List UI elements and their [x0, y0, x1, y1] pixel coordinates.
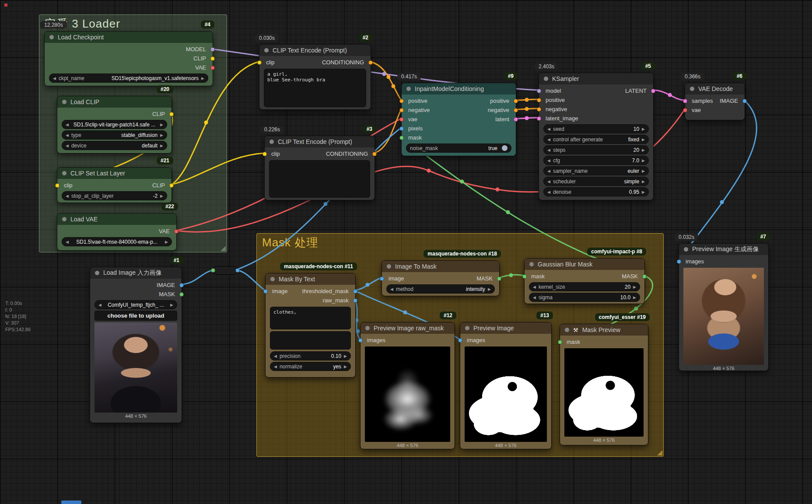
- toggle-knob-icon[interactable]: [502, 145, 508, 151]
- collapse-dot-icon[interactable]: [95, 271, 99, 275]
- increment-arrow-icon[interactable]: ▶: [170, 303, 173, 307]
- widget-control-after-generate[interactable]: ◀control after generatefixed▶: [543, 135, 649, 144]
- node-image-to-mask[interactable]: masquerade-nodes-con #18Image To Maskima…: [382, 260, 500, 296]
- decrement-arrow-icon[interactable]: ◀: [390, 287, 393, 291]
- decrement-arrow-icon[interactable]: ◀: [547, 137, 550, 142]
- collapse-dot-icon[interactable]: [690, 87, 694, 91]
- port-output-latent[interactable]: [651, 89, 655, 93]
- node-clip-text-encode-negative[interactable]: 0.226s#3CLIP Text Encode (Prompt)clipCON…: [264, 136, 375, 200]
- widget-comfyui-temp-ftjch[interactable]: ◀ComfyUI_temp_ftjch_ ...▶: [94, 300, 177, 309]
- port-input-image[interactable]: [380, 276, 384, 281]
- increment-arrow-icon[interactable]: ▶: [344, 354, 347, 358]
- increment-arrow-icon[interactable]: ▶: [160, 194, 163, 198]
- node-header[interactable]: KSampler: [539, 73, 653, 84]
- port-output-image[interactable]: [742, 99, 747, 103]
- node-header[interactable]: Gaussian Blur Mask: [525, 259, 644, 270]
- widget-sd1-5-clip-vit-large-patch14-safe[interactable]: ◀SD1.5\clip-vit-large-patch14.safe ...▶: [62, 120, 167, 129]
- collapse-dot-icon[interactable]: [544, 77, 548, 81]
- node-mask-preview[interactable]: comfyui_esser #19⚒Mask Previewmask448 × …: [560, 324, 648, 445]
- collapse-dot-icon[interactable]: [529, 262, 534, 266]
- port-output-vae[interactable]: [174, 229, 178, 234]
- port-output-negative[interactable]: [514, 108, 518, 112]
- port-input-clip[interactable]: [55, 183, 60, 188]
- port-input-negative[interactable]: [399, 108, 404, 112]
- decrement-arrow-icon[interactable]: ◀: [66, 133, 69, 137]
- node-ksampler[interactable]: 2.403s#5KSamplermodelLATENTpositivenegat…: [539, 73, 654, 200]
- decrement-arrow-icon[interactable]: ◀: [547, 190, 550, 194]
- port-input-mask[interactable]: [399, 136, 404, 140]
- decrement-arrow-icon[interactable]: ◀: [66, 240, 69, 244]
- increment-arrow-icon[interactable]: ▶: [642, 137, 645, 142]
- node-header[interactable]: Preview Image: [460, 322, 551, 334]
- port-input-clip[interactable]: [262, 152, 267, 156]
- node-header[interactable]: CLIP Text Encode (Prompt): [265, 136, 374, 147]
- widget-stop-at-clip-layer[interactable]: ◀stop_at_clip_layer-2▶: [62, 191, 167, 200]
- port-input-latent-image[interactable]: [537, 116, 541, 121]
- increment-arrow-icon[interactable]: ▶: [160, 144, 163, 148]
- upload-button[interactable]: choose file to upload: [94, 311, 177, 321]
- increment-arrow-icon[interactable]: ▶: [642, 169, 645, 173]
- widget-steps[interactable]: ◀steps20▶: [543, 145, 649, 154]
- widget-ckpt-name[interactable]: ◀ckpt_nameSD15\epicphotogasm_v1.safetens…: [49, 74, 208, 83]
- port-output-clip[interactable]: [210, 56, 215, 61]
- port-input-image[interactable]: [263, 289, 268, 294]
- node-header[interactable]: ⚒Mask Preview: [560, 324, 648, 336]
- node-gaussian-blur-mask[interactable]: comfyui-impact-p #8Gaussian Blur Maskmas…: [524, 258, 645, 304]
- node-clip-set-last-layer[interactable]: #21CLIP Set Last LayerclipCLIP◀stop_at_c…: [57, 167, 172, 203]
- prompt-text-area[interactable]: clothes,: [270, 307, 351, 329]
- widget-cfg[interactable]: ◀cfg7.0▶: [543, 156, 649, 165]
- collapse-dot-icon[interactable]: [365, 326, 370, 330]
- node-header[interactable]: Preview Image raw_mask: [360, 322, 455, 334]
- decrement-arrow-icon[interactable]: ◀: [274, 354, 277, 358]
- node-header[interactable]: Load CLIP: [57, 96, 172, 108]
- decrement-arrow-icon[interactable]: ◀: [547, 179, 550, 184]
- increment-arrow-icon[interactable]: ▶: [633, 295, 636, 300]
- node-preview-image-raw-mask[interactable]: #12Preview Image raw_maskimages448 × 576: [360, 322, 455, 449]
- node-clip-text-encode-positive[interactable]: 0.030s#2CLIP Text Encode (Prompt)clipCON…: [259, 44, 371, 110]
- node-header[interactable]: Load Checkpoint: [45, 32, 213, 43]
- collapse-dot-icon[interactable]: [49, 35, 54, 39]
- decrement-arrow-icon[interactable]: ◀: [547, 127, 550, 131]
- increment-arrow-icon[interactable]: ▶: [488, 287, 491, 291]
- node-load-clip[interactable]: #20Load CLIPCLIP◀SD1.5\clip-vit-large-pa…: [57, 96, 172, 154]
- collapse-dot-icon[interactable]: [684, 247, 688, 252]
- node-header[interactable]: Preview Image 生成画像: [679, 244, 768, 255]
- node-header[interactable]: VAE Decode: [685, 83, 745, 94]
- reroute-input-dot[interactable]: [211, 268, 215, 273]
- decrement-arrow-icon[interactable]: ◀: [274, 364, 277, 369]
- decrement-arrow-icon[interactable]: ◀: [66, 194, 69, 198]
- port-input-positive[interactable]: [537, 98, 541, 102]
- port-output-vae[interactable]: [210, 66, 215, 70]
- port-output-conditioning[interactable]: [368, 60, 373, 65]
- widget-type[interactable]: ◀typestable_diffusion▶: [62, 130, 167, 140]
- collapse-dot-icon[interactable]: [406, 87, 411, 91]
- port-input-model[interactable]: [537, 89, 541, 93]
- node-load-vae[interactable]: #22Load VAEVAE◀SD1.5\vae-ft-mse-840000-e…: [57, 213, 177, 251]
- node-header[interactable]: CLIP Text Encode (Prompt): [259, 45, 371, 56]
- collapse-dot-icon[interactable]: [62, 171, 66, 175]
- decrement-arrow-icon[interactable]: ◀: [53, 76, 56, 80]
- decrement-arrow-icon[interactable]: ◀: [547, 158, 550, 163]
- increment-arrow-icon[interactable]: ▶: [642, 148, 645, 152]
- increment-arrow-icon[interactable]: ▶: [160, 133, 163, 137]
- increment-arrow-icon[interactable]: ▶: [344, 364, 347, 369]
- widget-sd1-5-vae-ft-mse-840000-ema-p[interactable]: ◀SD1.5\vae-ft-mse-840000-ema-p...▶: [62, 237, 172, 246]
- port-input-images[interactable]: [677, 259, 681, 264]
- decrement-arrow-icon[interactable]: ◀: [66, 144, 69, 148]
- node-header[interactable]: Mask By Text: [266, 273, 355, 285]
- prompt-text-area[interactable]: a girl, blue See-through bra: [264, 69, 366, 107]
- node-header[interactable]: Load Image 入力画像: [90, 267, 182, 279]
- port-output-mask[interactable]: [179, 292, 184, 297]
- node-mask-by-text[interactable]: masquerade-nodes-con #11Mask By Textimag…: [265, 273, 356, 378]
- collapse-dot-icon[interactable]: [62, 100, 66, 104]
- widget-noise-mask[interactable]: noise_masktrue: [406, 144, 511, 153]
- prompt-text-area[interactable]: [269, 160, 370, 198]
- node-graph-canvas[interactable]: 定番 3 LoaderMask 处理 12.280s#4Load Checkpo…: [0, 0, 812, 504]
- increment-arrow-icon[interactable]: ▶: [642, 158, 645, 163]
- collapse-dot-icon[interactable]: [270, 140, 274, 144]
- node-load-checkpoint[interactable]: 12.280s#4Load CheckpointMODELCLIPVAE◀ckp…: [44, 31, 213, 86]
- decrement-arrow-icon[interactable]: ◀: [66, 122, 69, 127]
- decrement-arrow-icon[interactable]: ◀: [533, 285, 536, 289]
- node-header[interactable]: Load VAE: [57, 214, 176, 225]
- port-output-latent[interactable]: [514, 117, 518, 122]
